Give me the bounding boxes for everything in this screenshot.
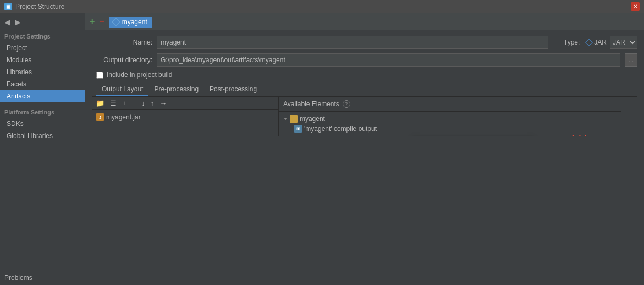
sidebar-item-facets[interactable]: Facets: [0, 78, 85, 90]
left-panel: 📁 ☰ + − ↓ ↑ → J myagent.jar: [92, 97, 279, 136]
add-artifact-button[interactable]: +: [90, 17, 95, 26]
move-down-btn[interactable]: ↓: [140, 98, 147, 108]
move-up-btn[interactable]: ↑: [149, 98, 156, 108]
list-toolbar-btn[interactable]: ☰: [108, 98, 118, 108]
add-toolbar-btn[interactable]: +: [120, 98, 128, 108]
type-value-container: JAR JARWAR: [586, 36, 637, 49]
name-input[interactable]: [157, 36, 548, 49]
project-settings-label: Project Settings: [0, 31, 85, 42]
title-bar-left: ▣ Project Structure: [4, 3, 64, 10]
remove-artifact-button[interactable]: −: [99, 17, 104, 26]
sidebar-nav: ◀ ▶: [0, 13, 85, 31]
window-title: Project Structure: [15, 3, 64, 10]
include-checkbox[interactable]: [96, 72, 103, 79]
tab-pre-processing[interactable]: Pre-processing: [148, 83, 204, 96]
artifact-name: myagent: [122, 18, 147, 26]
close-button[interactable]: ✕: [631, 2, 640, 11]
name-row: Name: Type: JAR JARWAR: [92, 36, 637, 49]
sidebar-item-sdks[interactable]: SDKs: [0, 118, 85, 130]
output-dir-input[interactable]: [157, 53, 620, 67]
name-label-text: Name:: [92, 39, 152, 46]
tab-post-processing[interactable]: Post-processing: [204, 83, 262, 96]
problems-label[interactable]: Problems: [0, 271, 85, 285]
sidebar: ◀ ▶ Project Settings Project Modules Lib…: [0, 13, 85, 285]
jar-file-name: myagent.jar: [106, 113, 141, 121]
include-checkbox-row: Include in project build: [92, 71, 637, 79]
tree-item-compile-output[interactable]: ▣ 'myagent' compile output: [279, 124, 621, 134]
sidebar-item-artifacts[interactable]: Artifacts: [0, 90, 85, 102]
back-button[interactable]: ◀: [4, 18, 10, 26]
tree-item-myagent-jar[interactable]: J myagent.jar: [92, 112, 278, 122]
jar-type-text: JAR: [594, 39, 607, 46]
platform-settings-label: Platform Settings: [0, 107, 85, 118]
available-elements-label: Available Elements: [283, 100, 339, 108]
app-icon: ▣: [4, 3, 12, 10]
artifact-list-item[interactable]: myagent: [109, 17, 152, 28]
folder-icon: [290, 115, 298, 123]
help-icon[interactable]: ?: [343, 100, 350, 108]
left-panel-content: J myagent.jar: [92, 110, 278, 136]
content-area: + − myagent Name: Type: JAR JARWAR Outpu…: [85, 13, 644, 285]
settings-area: Name: Type: JAR JARWAR Output directory:…: [85, 30, 644, 285]
build-underline: build: [158, 71, 172, 79]
jar-file-icon: J: [96, 113, 104, 121]
tab-output-layout[interactable]: Output Layout: [96, 83, 148, 96]
tree-folder-myagent[interactable]: ▼ myagent: [279, 114, 621, 124]
artifact-diamond-icon: [112, 18, 120, 26]
remove-toolbar-btn[interactable]: −: [130, 98, 138, 108]
right-panel-content: ▼ myagent ▣ 'myagent' compile output: [279, 112, 621, 136]
folder-toolbar-btn[interactable]: 📁: [94, 98, 106, 108]
tabs-bar: Output Layout Pre-processing Post-proces…: [92, 83, 637, 97]
folder-name: myagent: [300, 115, 325, 123]
chinese-annotation: 右键: [568, 134, 588, 136]
compile-output-icon: ▣: [294, 125, 302, 133]
title-bar: ▣ Project Structure ✕: [0, 0, 644, 13]
sidebar-item-libraries[interactable]: Libraries: [0, 66, 85, 78]
output-dir-browse-button[interactable]: ...: [625, 53, 637, 67]
right-gutter: [621, 97, 637, 136]
jar-diamond-icon: [585, 39, 593, 46]
move-right-btn[interactable]: →: [158, 98, 168, 108]
type-label-display: Type:: [564, 39, 580, 46]
include-label: Include in project build: [107, 71, 172, 79]
output-dir-label: Output directory:: [92, 56, 152, 64]
sidebar-item-modules[interactable]: Modules: [0, 54, 85, 66]
sidebar-item-project[interactable]: Project: [0, 42, 85, 54]
main-container: ◀ ▶ Project Settings Project Modules Lib…: [0, 13, 644, 285]
output-dir-row: Output directory: ...: [92, 53, 637, 67]
forward-button[interactable]: ▶: [15, 18, 21, 26]
artifact-header: + − myagent: [85, 13, 644, 30]
compile-output-label: 'myagent' compile output: [304, 125, 377, 133]
right-panel: Available Elements ? ▼ myagent ▣: [279, 97, 621, 136]
panels-container: 📁 ☰ + − ↓ ↑ → J myagent.jar: [92, 97, 637, 136]
folder-arrow: ▼: [283, 117, 288, 122]
available-header: Available Elements ?: [279, 97, 621, 112]
type-dropdown[interactable]: JARWAR: [610, 36, 637, 49]
left-panel-toolbar: 📁 ☰ + − ↓ ↑ →: [92, 97, 278, 110]
sidebar-item-global-libraries[interactable]: Global Libraries: [0, 130, 85, 142]
